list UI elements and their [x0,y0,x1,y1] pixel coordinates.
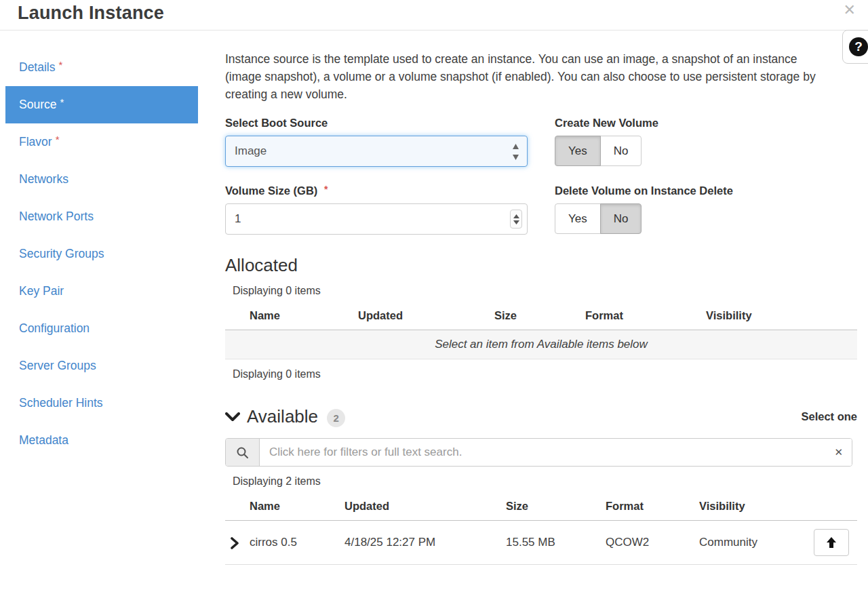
search-area: ✕ [225,438,857,467]
sidebar-item-networks[interactable]: Networks [5,161,198,198]
boot-source-select[interactable]: Image [225,136,528,167]
create-volume-toggle: Yes No [555,136,642,166]
search-icon [236,446,249,459]
sidebar-item-flavor[interactable]: Flavor * [5,123,198,161]
column-visibility: Visibility [699,500,857,513]
column-updated: Updated [344,500,506,513]
chevron-right-icon[interactable] [231,537,239,549]
available-count: Displaying 2 items [233,475,857,488]
volume-size-label: Volume Size (GB) * [225,184,528,197]
wizard-sidebar: Details * Source * Flavor * Networks Net… [5,49,198,459]
required-marker: * [60,96,64,108]
table-row: cirros 0.5 4/18/25 12:27 PM 15.55 MB QCO… [225,521,857,565]
column-name: Name [225,500,344,513]
search-button[interactable] [226,439,260,466]
column-updated: Updated [358,309,494,322]
column-visibility: Visibility [706,309,857,322]
column-name: Name [225,309,358,322]
allocated-heading: Allocated [225,255,857,276]
allocated-count-bottom: Displaying 0 items [233,368,857,380]
column-format: Format [585,309,706,322]
sidebar-item-source[interactable]: Source * [5,86,198,123]
allocated-empty-message: Select an item from Available items belo… [225,330,857,359]
sidebar-item-scheduler-hints[interactable]: Scheduler Hints [5,384,198,422]
select-one-hint: Select one [801,410,857,423]
sidebar-item-details[interactable]: Details * [5,49,198,86]
row-updated: 4/18/25 12:27 PM [344,536,506,549]
delete-volume-no-button[interactable]: No [600,203,642,234]
source-form: Select Boot Source Image Create New Volu… [225,117,857,235]
number-stepper-icon[interactable] [510,210,522,229]
delete-volume-yes-button[interactable]: Yes [555,203,601,234]
allocated-count-top: Displaying 0 items [233,285,857,297]
source-panel: Instance source is the template used to … [225,41,857,565]
sidebar-item-security-groups[interactable]: Security Groups [5,235,198,273]
available-heading: Available [247,406,318,427]
up-arrow-icon [826,536,837,549]
modal-header: Launch Instance ✕ [0,0,868,31]
available-header: Available 2 Select one [225,406,857,427]
close-icon[interactable]: ✕ [844,1,856,19]
create-volume-label: Create New Volume [555,117,857,130]
column-size: Size [506,500,606,513]
allocate-item-button[interactable] [814,529,849,556]
create-volume-yes-button[interactable]: Yes [555,136,601,166]
source-description: Instance source is the template used to … [225,50,827,103]
page-title: Launch Instance [18,3,164,24]
sidebar-item-metadata[interactable]: Metadata [5,422,198,459]
column-format: Format [606,500,699,513]
sidebar-item-key-pair[interactable]: Key Pair [5,273,198,310]
select-arrows-icon [512,143,519,161]
available-table-header: Name Updated Size Format Visibility [225,494,857,521]
row-format: QCOW2 [606,536,699,549]
available-count-badge: 2 [327,409,345,427]
sidebar-item-network-ports[interactable]: Network Ports [5,198,198,235]
delete-volume-toggle: Yes No [555,203,642,234]
create-volume-no-button[interactable]: No [600,136,642,166]
allocated-table-header: Name Updated Size Format Visibility [225,304,857,330]
boot-source-value: Image [235,144,267,158]
search-input[interactable] [260,439,852,466]
required-marker: * [324,184,328,195]
sidebar-item-server-groups[interactable]: Server Groups [5,347,198,384]
row-name: cirros 0.5 [225,536,344,549]
row-size: 15.55 MB [506,536,606,549]
column-size: Size [494,309,585,322]
delete-volume-label: Delete Volume on Instance Delete [555,184,857,197]
clear-search-icon[interactable]: ✕ [834,446,843,458]
required-marker: * [59,59,63,71]
chevron-down-icon[interactable] [225,412,240,422]
boot-source-label: Select Boot Source [225,117,528,130]
volume-size-input[interactable] [225,203,528,235]
required-marker: * [56,134,60,145]
sidebar-item-configuration[interactable]: Configuration [5,310,198,347]
